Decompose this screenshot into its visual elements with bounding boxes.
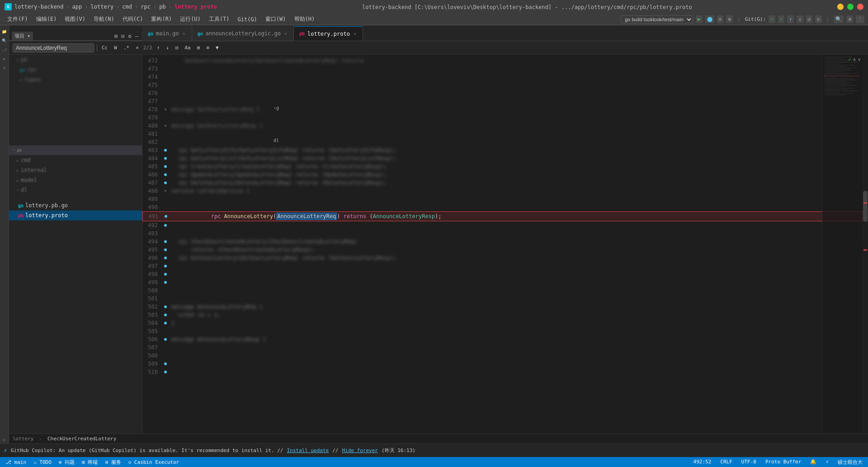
git-push[interactable]: ↑ (787, 15, 794, 23)
status-problems[interactable]: ⊗ 问题 (57, 459, 76, 466)
activity-run[interactable]: ▶ (1, 55, 8, 62)
editor-scrollbar[interactable] (863, 55, 868, 443)
line-487: 487 rpc DeleteLottery(DeleteLotteryReq) … (142, 179, 863, 187)
notif-hide-link[interactable]: Hide forever (342, 448, 377, 453)
match-nav-prev[interactable]: ∧ (853, 57, 856, 62)
status-position[interactable]: 492:52 (692, 459, 713, 466)
gutter-dot-484 (164, 157, 167, 160)
status-casbin[interactable]: ◇ Casbin Executor (127, 459, 181, 465)
gutter-dot-499 (164, 281, 167, 284)
tab-lottery-proto[interactable]: pb lottery.proto × (294, 26, 363, 41)
minimize-button[interactable] (837, 4, 844, 10)
tab-announce-logic[interactable]: go announceLotteryLogic.go × (192, 26, 294, 41)
status-todo[interactable]: ⚠ TODO (32, 459, 53, 465)
activity-search[interactable]: 🔍 (1, 37, 8, 44)
status-git[interactable]: ⎇ main (4, 459, 28, 465)
menu-file[interactable]: 文件(F) (4, 14, 32, 24)
maximize-button[interactable] (847, 4, 854, 10)
tab-main-go[interactable]: go main.go × (142, 26, 192, 41)
sidebar-expand-btn[interactable]: ⊞ (113, 32, 118, 40)
tab-close-main[interactable]: × (182, 31, 186, 37)
undo-button[interactable]: ↺ (806, 15, 813, 23)
gutter-dot-486 (164, 173, 167, 176)
status-utf8[interactable]: UTF-8 (740, 459, 758, 466)
status-copilot[interactable]: ⚡ (824, 459, 830, 466)
run-button[interactable]: ▶ (696, 15, 703, 23)
search-next-btn[interactable]: ↓ (164, 44, 171, 52)
menu-run[interactable]: 运行(U) (176, 14, 204, 24)
tab-close-announce[interactable]: × (283, 31, 288, 37)
sidebar-item-lottery-proto[interactable]: pb lottery.proto (9, 210, 142, 220)
search-regex-btn[interactable]: .* (122, 44, 131, 52)
search-case-folding-btn[interactable]: Aa (183, 44, 193, 52)
sidebar-item-lottery-pb-go[interactable]: go lottery.pb.go (9, 200, 142, 210)
menu-help[interactable]: 帮助(H) (291, 14, 319, 24)
menu-edit[interactable]: 编辑(E) (33, 14, 61, 24)
search-global-button[interactable]: 🔍 (834, 15, 844, 23)
status-language[interactable]: Proto Buffer (764, 459, 803, 466)
sidebar-label-lottery-pb-go: lottery.pb.go (25, 202, 68, 209)
search-input[interactable] (13, 43, 94, 52)
run-toolbar: go build looklook/test/main ▶ ⬤ ⊙ ⊕ | Gi… (621, 15, 864, 24)
debug-button[interactable]: ⬤ (705, 15, 714, 23)
app-icon: G (5, 3, 12, 10)
project-label[interactable]: 项目 ▾ (12, 32, 33, 40)
tab-label-announce: announceLotteryLogic.go (206, 30, 281, 37)
menu-view[interactable]: 视图(V) (61, 14, 89, 24)
activity-bar: 📁 🔍 ⎇ ▶ ⊞ ⚙ (0, 25, 9, 443)
match-nav-next[interactable]: ∨ (858, 57, 861, 62)
gutter-dot-496 (164, 257, 167, 259)
run-config-select[interactable]: go build looklook/test/main (621, 15, 693, 24)
close-button[interactable] (857, 4, 863, 10)
search-context-btn[interactable]: ≡ (204, 44, 211, 52)
fold-arrow-488[interactable]: ▼ (164, 189, 166, 193)
menu-window[interactable]: 窗口(W) (262, 14, 290, 24)
scrollbar-thumb[interactable] (863, 191, 868, 222)
profiler-button[interactable]: ⊕ (726, 15, 733, 23)
git-pull[interactable]: ↓ (797, 15, 803, 23)
git-check-2[interactable]: ✓ (778, 15, 785, 23)
status-crlf[interactable]: CRLF (718, 459, 734, 466)
sidebar-settings-btn[interactable]: ⚙ (127, 32, 132, 40)
menu-tools[interactable]: 工具(T) (205, 14, 233, 24)
bottom-breadcrumb-sep: › (39, 436, 42, 442)
line-506: 506 message AnnounceLotteryResp { (142, 335, 863, 343)
settings-button[interactable]: ⚙ (846, 15, 853, 23)
search-case-btn[interactable]: Cc (100, 44, 109, 52)
notif-date: (昨天 16:13) (382, 447, 415, 454)
line-508: 508 (142, 352, 863, 360)
search-close-btn[interactable]: × (134, 44, 141, 52)
fold-arrow-480[interactable]: ▼ (164, 124, 166, 128)
menu-nav[interactable]: 导航(N) (90, 14, 118, 24)
notif-install-link[interactable]: Install update (287, 448, 329, 453)
search-toolbar: Cc W .* × 2/2 ↑ ↓ ⊡ Aa ⊞ ≡ ▼ (9, 41, 868, 55)
activity-settings[interactable]: ⚙ (1, 436, 8, 443)
code-container[interactable]: 472 GetUserCreatedLottery(GetUserCreated… (142, 55, 863, 443)
sidebar-label-lottery-proto: lottery.proto (25, 212, 68, 219)
redo-button[interactable]: ↻ (815, 15, 822, 23)
menu-code[interactable]: 代码(C) (119, 14, 147, 24)
status-terminal[interactable]: ⊞ 终端 (80, 459, 99, 466)
more-button[interactable]: ⋮ (856, 15, 864, 23)
title-file: lottery proto (175, 4, 217, 10)
search-filter-btn[interactable]: ⊞ (195, 44, 202, 52)
fold-arrow-478[interactable]: ▼ (164, 107, 166, 112)
search-funnel-btn[interactable]: ▼ (214, 44, 221, 52)
search-word-btn[interactable]: W (112, 44, 119, 52)
activity-extensions[interactable]: ⊞ (1, 64, 8, 71)
search-select-all-btn[interactable]: ⊡ (174, 44, 180, 52)
git-check-1[interactable]: ✓ (769, 15, 775, 23)
activity-explorer[interactable]: 📁 (1, 28, 8, 35)
status-indentation[interactable]: 硕士联合大 (836, 459, 864, 466)
status-services[interactable]: ⚙ 服务 (103, 459, 123, 466)
menu-refactor[interactable]: 重构(R) (147, 14, 175, 24)
gutter-dot-502 (164, 305, 167, 308)
coverage-button[interactable]: ⊙ (717, 15, 724, 23)
tab-close-proto[interactable]: × (353, 31, 357, 37)
search-prev-btn[interactable]: ↑ (155, 44, 162, 52)
activity-git[interactable]: ⎇ (1, 46, 8, 53)
status-notifications[interactable]: 🔔 (808, 459, 818, 466)
sidebar-collapse-btn[interactable]: ⊟ (120, 32, 125, 40)
sidebar-close-btn[interactable]: – (134, 32, 139, 40)
menu-git[interactable]: Git(G) (234, 15, 261, 24)
